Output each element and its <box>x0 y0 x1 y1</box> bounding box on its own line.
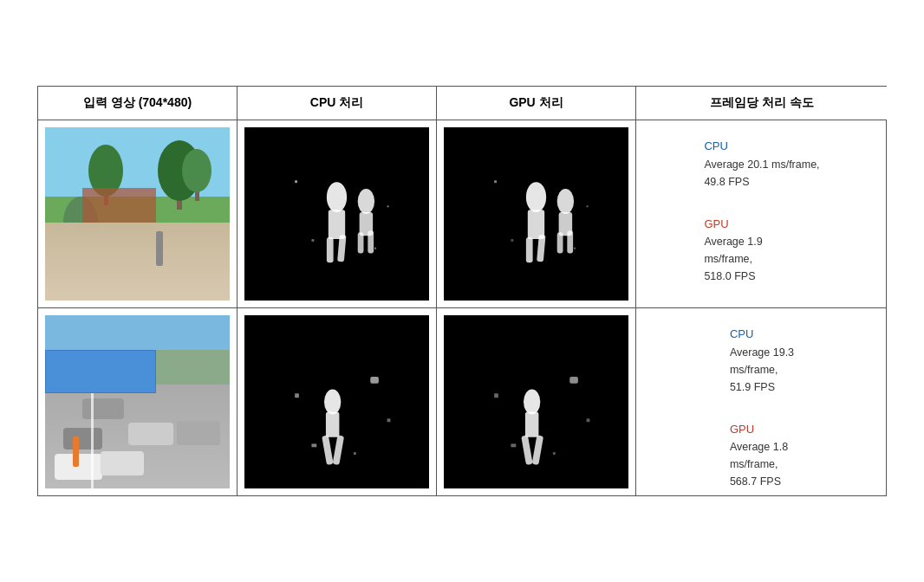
cell-stats-1: CPU Average 20.1 ms/frame,49.8 FPS GPU A… <box>636 120 888 307</box>
svg-rect-25 <box>567 230 573 253</box>
gpu-section-2: GPU Average 1.8ms/frame,568.7 FPS <box>730 421 788 491</box>
gpu-label-2: GPU <box>730 421 788 439</box>
svg-rect-17 <box>374 248 376 249</box>
building <box>45 350 156 393</box>
gpu-figure-2 <box>444 315 628 488</box>
svg-rect-26 <box>494 180 497 183</box>
svg-point-5 <box>182 149 211 192</box>
gpu-stat-2: Average 1.8ms/frame,568.7 FPS <box>730 438 788 490</box>
cpu-section-1: CPU Average 20.1 ms/frame,49.8 FPS <box>704 138 819 191</box>
cpu-figure-1 <box>244 127 429 301</box>
cpu-figure-2 <box>244 315 429 488</box>
cell-stats-2: CPU Average 19.3ms/frame,51.9 FPS GPU Av… <box>636 308 888 495</box>
stats-panel-1: CPU Average 20.1 ms/frame,49.8 FPS GPU A… <box>695 127 828 301</box>
header-gpu: GPU 처리 <box>437 87 636 120</box>
table-row: CPU Average 19.3ms/frame,51.9 FPS GPU Av… <box>38 308 886 495</box>
svg-point-22 <box>557 189 574 214</box>
svg-rect-40 <box>525 412 538 437</box>
svg-point-30 <box>324 389 341 414</box>
gpu-label-1: GPU <box>704 216 762 234</box>
svg-rect-42 <box>532 435 544 465</box>
cell-gpu-2 <box>437 308 636 495</box>
car-4 <box>128 423 173 445</box>
svg-rect-32 <box>322 435 334 465</box>
gpu-image-2 <box>444 315 628 488</box>
gpu-image-1 <box>444 127 628 301</box>
tree-svg-3 <box>182 140 212 201</box>
cpu-stat-2: Average 19.3ms/frame,51.9 FPS <box>730 344 794 396</box>
svg-rect-44 <box>494 393 498 398</box>
ground <box>45 223 230 301</box>
comparison-table: 입력 영상 (704*480) CPU 처리 GPU 처리 프레임당 처리 속도 <box>37 86 887 496</box>
car-2 <box>101 451 144 475</box>
svg-rect-36 <box>387 418 391 422</box>
svg-rect-19 <box>528 210 544 239</box>
gpu-stat-1: Average 1.9ms/frame,518.0 FPS <box>704 233 762 285</box>
svg-rect-8 <box>327 237 334 262</box>
svg-rect-46 <box>511 443 516 447</box>
svg-rect-14 <box>295 180 297 183</box>
cell-cpu-1 <box>238 120 437 307</box>
svg-rect-43 <box>569 377 578 384</box>
cell-input-1 <box>38 120 238 307</box>
svg-rect-7 <box>329 210 345 239</box>
person <box>156 231 163 266</box>
svg-rect-41 <box>521 435 533 465</box>
lane-mark <box>91 393 94 488</box>
svg-rect-27 <box>587 205 589 207</box>
svg-rect-35 <box>295 393 299 398</box>
svg-rect-20 <box>526 237 533 262</box>
svg-rect-28 <box>511 239 513 242</box>
brick-area <box>82 188 156 223</box>
cpu-label-2: CPU <box>730 326 794 344</box>
svg-rect-38 <box>354 452 356 455</box>
svg-point-39 <box>524 389 540 414</box>
svg-rect-24 <box>557 232 563 253</box>
car-6 <box>82 398 124 419</box>
svg-rect-16 <box>311 239 314 242</box>
svg-rect-15 <box>387 205 389 207</box>
cell-cpu-2 <box>238 308 437 495</box>
cell-input-2 <box>38 308 238 495</box>
gpu-figure-1 <box>444 127 628 301</box>
input-image-2 <box>45 315 230 488</box>
svg-rect-12 <box>358 232 364 253</box>
svg-rect-45 <box>587 418 590 422</box>
cpu-image-2 <box>244 315 429 488</box>
svg-rect-29 <box>574 248 576 249</box>
header-cpu: CPU 처리 <box>238 87 437 120</box>
car-5 <box>177 421 220 445</box>
header-speed: 프레임당 처리 속도 <box>636 87 888 120</box>
input-image-1 <box>45 127 230 301</box>
svg-point-18 <box>526 182 546 212</box>
svg-rect-13 <box>368 230 374 253</box>
svg-rect-47 <box>553 452 556 455</box>
svg-point-10 <box>358 189 374 214</box>
svg-rect-31 <box>326 412 339 437</box>
svg-rect-33 <box>333 435 345 465</box>
cpu-section-2: CPU Average 19.3ms/frame,51.9 FPS <box>730 326 794 396</box>
person-2 <box>73 436 79 467</box>
svg-rect-37 <box>311 443 316 447</box>
header-input: 입력 영상 (704*480) <box>38 87 238 120</box>
table-header: 입력 영상 (704*480) CPU 처리 GPU 처리 프레임당 처리 속도 <box>38 87 886 120</box>
cpu-image-1 <box>244 127 429 301</box>
gpu-section-1: GPU Average 1.9ms/frame,518.0 FPS <box>704 216 762 286</box>
stats-panel-2: CPU Average 19.3ms/frame,51.9 FPS GPU Av… <box>721 315 803 488</box>
cpu-label-1: CPU <box>704 138 819 156</box>
svg-rect-34 <box>370 377 379 384</box>
cell-gpu-1 <box>437 120 636 307</box>
table-row: CPU Average 20.1 ms/frame,49.8 FPS GPU A… <box>38 120 886 308</box>
svg-point-6 <box>327 182 347 212</box>
car-3 <box>63 428 102 449</box>
cpu-stat-1: Average 20.1 ms/frame,49.8 FPS <box>704 156 819 191</box>
